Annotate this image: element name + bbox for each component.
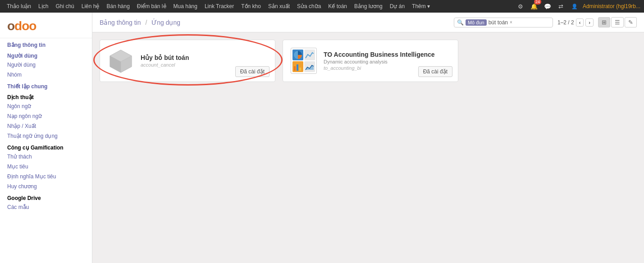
app-card-1[interactable]: Hủy bỏ bút toán account_cancel Đã cài đặ… [100, 40, 275, 82]
sidebar-item-thuatngu[interactable]: Thuật ngữ ứng dụng [0, 131, 92, 141]
nav-linktracker[interactable]: Link Tracker [201, 0, 237, 13]
sidebar-item-nguoidung[interactable]: Người dùng [0, 60, 92, 70]
nav-ghichu[interactable]: Ghi chú [52, 0, 77, 13]
bi-cell-bar [292, 61, 303, 72]
sidebar-item-muctieu[interactable]: Mục tiêu [0, 162, 92, 172]
main-layout: odoo Bảng thông tin Người dùng Người dùn… [0, 13, 644, 263]
bi-cell-pie [292, 50, 303, 60]
search-tag: Mô đun [466, 19, 487, 26]
pagination-text: 1–2 / 2 [557, 19, 574, 26]
nav-diembankle[interactable]: Điểm bán lẻ [134, 0, 169, 13]
cube-icon [108, 48, 134, 74]
sidebar-section-nguoidung: Người dùng [0, 49, 92, 60]
breadcrumb: Bảng thông tin / Ứng dụng [100, 19, 180, 26]
settings-icon[interactable]: ⚙ [515, 1, 526, 12]
kanban-view-button[interactable]: ⊞ [598, 17, 610, 27]
sidebar-cat-dichhuat: Dịch thuật [0, 91, 92, 101]
sidebar-item-huychuong[interactable]: Huy chương [0, 181, 92, 191]
cards-area: Hủy bỏ bút toán account_cancel Đã cài đặ… [92, 32, 644, 263]
search-value: bút toán [489, 19, 508, 26]
search-box[interactable]: 🔍 Mô đun bút toán × [454, 18, 553, 27]
card-wrapper-2: TO Accounting Business Intelligence Dyna… [283, 40, 458, 82]
nav-suachua[interactable]: Sửa chữa [294, 0, 324, 13]
notification-count: 24 [534, 0, 541, 5]
nav-muahang[interactable]: Mua hàng [170, 0, 201, 13]
install-button-2[interactable]: Đã cài đặt [418, 66, 452, 77]
nav-duan[interactable]: Dự án [387, 0, 408, 13]
sidebar-cat-googledrive: Google Drive [0, 191, 92, 202]
install-button-1[interactable]: Đã cài đặt [235, 66, 269, 77]
svg-rect-6 [297, 64, 298, 71]
cards-row: Hủy bỏ bút toán account_cancel Đã cài đặ… [100, 40, 637, 82]
app-card-2[interactable]: TO Accounting Business Intelligence Dyna… [283, 40, 458, 82]
nav-ketoan[interactable]: Kế toán [325, 0, 350, 13]
chat-icon[interactable]: 💬 [542, 1, 553, 12]
search-icon: 🔍 [457, 19, 464, 26]
nav-bangluong[interactable]: Bảng lương [351, 0, 386, 13]
odoo-logo: odoo [7, 19, 85, 33]
next-page-button[interactable]: › [585, 18, 594, 27]
card-title-1: Hủy bỏ bút toán [141, 54, 269, 61]
bi-cell-line [304, 50, 315, 60]
card-icon-1 [106, 46, 135, 75]
breadcrumb-separator: / [145, 19, 147, 26]
edit-view-button[interactable]: ✎ [625, 17, 637, 27]
breadcrumb-parent[interactable]: Bảng thông tin [100, 19, 141, 26]
notifications-icon[interactable]: 🔔 24 [529, 1, 539, 12]
sync-icon[interactable]: ⇄ [556, 1, 566, 12]
search-tag-label: Mô đun [468, 20, 484, 25]
sidebar-item-thuthach[interactable]: Thử thách [0, 152, 92, 162]
sidebar-item-napngonngu[interactable]: Nạp ngôn ngữ [0, 111, 92, 121]
sidebar-section-thietlap: Thiết lập chung [0, 80, 92, 91]
sidebar-item-nhom[interactable]: Nhóm [0, 70, 92, 80]
admin-label[interactable]: Administrator (hgl19rb... [583, 3, 640, 9]
topbar: Thảo luận Lịch Ghi chú Liên hệ Bán hàng … [0, 0, 644, 13]
logo-area: odoo [0, 13, 92, 38]
sidebar-item-nhapxuat[interactable]: Nhập / Xuất [0, 121, 92, 131]
sidebar-cat-gamification: Công cụ Gamification [0, 141, 92, 152]
sidebar-item-cacmau[interactable]: Các mẫu [0, 202, 92, 212]
list-view-button[interactable]: ☰ [611, 17, 624, 27]
content-header: Bảng thông tin / Ứng dụng 🔍 Mô đun bút t… [92, 13, 644, 32]
svg-rect-5 [294, 66, 296, 71]
svg-rect-7 [299, 68, 301, 71]
breadcrumb-current: Ứng dụng [151, 19, 180, 26]
card-title-2: TO Accounting Business Intelligence [324, 51, 452, 58]
pagination: 1–2 / 2 ‹ › ⊞ ☰ ✎ [557, 17, 637, 27]
nav-tonkho[interactable]: Tồn kho [238, 0, 264, 13]
bi-cell-area [304, 61, 315, 72]
content: Bảng thông tin / Ứng dụng 🔍 Mô đun bút t… [92, 13, 644, 263]
user-avatar[interactable]: 👤 [569, 1, 580, 12]
sidebar: odoo Bảng thông tin Người dùng Người dùn… [0, 13, 92, 263]
card-subtitle-2: Dynamic accounting analysis [324, 59, 452, 64]
card-icon-2 [289, 46, 318, 75]
sidebar-item-ngonngu[interactable]: Ngôn ngữ [0, 101, 92, 111]
bi-chart-icon [291, 48, 317, 74]
nav-banhang[interactable]: Bán hàng [103, 0, 132, 13]
topbar-right: ⚙ 🔔 24 💬 ⇄ 👤 Administrator (hgl19rb... [515, 1, 640, 12]
prev-page-button[interactable]: ‹ [576, 18, 584, 27]
view-toggle: ⊞ ☰ ✎ [598, 17, 637, 27]
nav-sanxuat[interactable]: Sản xuất [265, 0, 293, 13]
nav-lich[interactable]: Lịch [35, 0, 51, 13]
card-info-1: Hủy bỏ bút toán account_cancel [141, 54, 269, 68]
sidebar-item-dinhnghia[interactable]: Định nghĩa Mục tiêu [0, 172, 92, 181]
search-close-icon[interactable]: × [510, 20, 512, 25]
sidebar-section-bangthongtin: Bảng thông tin [0, 38, 92, 49]
card-wrapper-1: Hủy bỏ bút toán account_cancel Đã cài đặ… [100, 40, 275, 82]
nav-lienhe[interactable]: Liên hệ [78, 0, 103, 13]
nav-them[interactable]: Thêm ▾ [409, 0, 433, 13]
nav-thaoluan[interactable]: Thảo luận [4, 0, 34, 13]
